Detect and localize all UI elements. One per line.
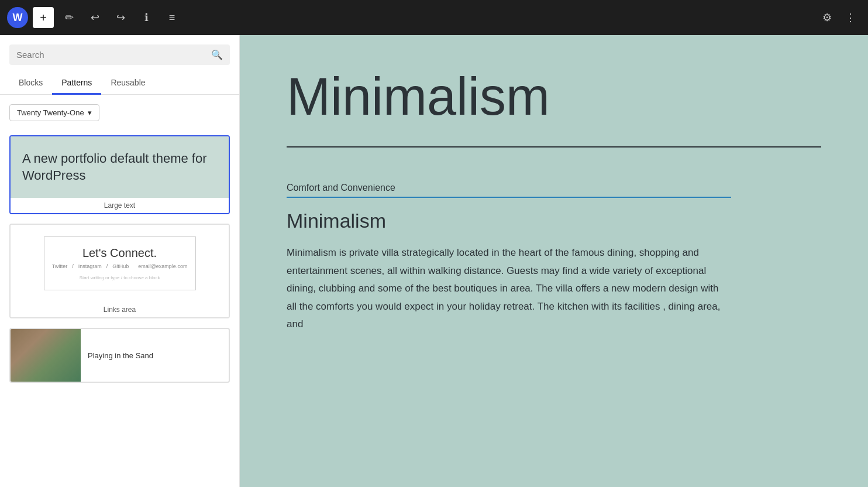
info-icon: ℹ [144,11,149,24]
content-divider [287,146,821,148]
content-section: Comfort and Convenience Minimalism Minim… [287,183,731,334]
redo-button[interactable]: ↪ [110,7,131,28]
info-button[interactable]: ℹ [136,7,157,28]
tab-patterns[interactable]: Patterns [52,72,101,95]
content-title: Minimalism [287,70,821,123]
undo-button[interactable]: ↩ [84,7,105,28]
plus-icon: + [40,11,47,25]
wp-logo-icon: W [13,12,23,24]
pencil-icon: ✏ [65,11,74,24]
links-preview-links: Twitter/Instagram/GitHub email@example.c… [52,263,188,269]
sand-image [11,329,81,382]
add-block-button[interactable]: + [33,7,54,28]
wp-logo-button[interactable]: W [7,7,28,28]
section-heading: Minimalism [287,210,731,232]
links-preview-footer: Start writing or type / to choose a bloc… [80,275,160,280]
content-area: Minimalism Comfort and Convenience Minim… [240,35,868,487]
search-box: 🔍 [9,44,230,65]
list-view-button[interactable]: ≡ [161,7,182,28]
pattern-preview-text: A new portfolio default theme for WordPr… [22,150,217,184]
pattern-preview-large-text: A new portfolio default theme for WordPr… [11,136,229,198]
tab-reusable[interactable]: Reusable [101,72,154,95]
search-icon[interactable]: 🔍 [211,49,223,60]
sand-text: Playing in the Sand [81,329,160,382]
tab-blocks[interactable]: Blocks [9,72,52,95]
section-body: Minimalism is private villa strategicall… [287,244,731,334]
theme-dropdown[interactable]: Twenty Twenty-One ▾ [9,104,99,121]
pattern-preview-links: Let's Connect. Twitter/Instagram/GitHub … [11,225,229,302]
undo-icon: ↩ [91,11,99,24]
toolbar-right: ⚙ ⋮ [817,7,861,28]
search-input[interactable] [16,50,206,60]
ellipsis-icon: ⋮ [845,11,856,24]
list-icon: ≡ [169,12,175,24]
dropdown-area: Twenty Twenty-One ▾ [0,95,239,131]
links-preview-title: Let's Connect. [82,246,157,260]
pattern-list: A new portfolio default theme for WordPr… [0,131,239,487]
pattern-preview-sand: Playing in the Sand [11,329,229,382]
settings-button[interactable]: ⚙ [817,7,838,28]
tabs: Blocks Patterns Reusable [0,72,239,95]
edit-button[interactable]: ✏ [58,7,80,28]
pattern-label-large-text: Large text [11,198,229,213]
main-layout: 🔍 Blocks Patterns Reusable Twenty Twenty… [0,35,868,487]
chevron-down-icon: ▾ [88,108,92,117]
more-options-button[interactable]: ⋮ [840,7,861,28]
redo-icon: ↪ [116,11,125,24]
pattern-card-large-text[interactable]: A new portfolio default theme for WordPr… [9,135,230,214]
pattern-card-links-area[interactable]: Let's Connect. Twitter/Instagram/GitHub … [9,224,230,318]
section-label: Comfort and Convenience [287,183,731,193]
pattern-card-sand[interactable]: Playing in the Sand [9,328,230,383]
search-area: 🔍 [0,35,239,72]
pattern-label-links-area: Links area [11,302,229,317]
sidebar: 🔍 Blocks Patterns Reusable Twenty Twenty… [0,35,240,487]
toolbar: W + ✏ ↩ ↪ ℹ ≡ ⚙ ⋮ [0,0,868,35]
theme-dropdown-label: Twenty Twenty-One [17,108,84,117]
gear-icon: ⚙ [822,11,832,24]
section-rule [287,197,731,198]
